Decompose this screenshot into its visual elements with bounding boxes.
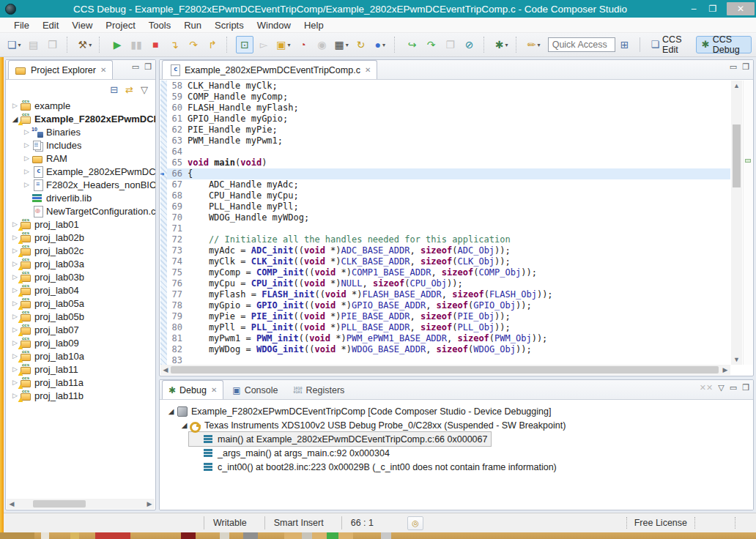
- perspective-ccs-debug[interactable]: ✱CCS Debug: [696, 36, 752, 53]
- quick-access-input[interactable]: [548, 37, 615, 52]
- scroll-right-icon[interactable]: ▶: [720, 366, 730, 373]
- code-line-81[interactable]: 81 myPwm1 = PWM_init((void *)PWM_ePWM1_B…: [160, 333, 730, 344]
- line-number[interactable]: 68: [167, 190, 188, 201]
- close-icon[interactable]: ✕: [211, 386, 217, 394]
- code-line-75[interactable]: 75 myComp = COMP_init((void *)COMP1_BASE…: [160, 267, 730, 278]
- line-number[interactable]: 66: [167, 168, 188, 179]
- line-number[interactable]: 77: [167, 289, 188, 300]
- instruction-mode-button[interactable]: ❐: [442, 36, 459, 53]
- tab-editor-file[interactable]: Example_2802xEPwmDCEventTripComp.c ✕: [162, 60, 377, 79]
- tab-debug[interactable]: ✱Debug✕: [162, 380, 223, 399]
- profile-clock-button[interactable]: ◔: [294, 36, 311, 53]
- line-number[interactable]: 59: [167, 92, 188, 103]
- menu-help[interactable]: Help: [297, 18, 330, 32]
- view-menu-icon[interactable]: ▽: [718, 384, 724, 392]
- code-line-69[interactable]: 69 PLL_Handle myPll;: [160, 201, 730, 212]
- restore-button[interactable]: ❐: [703, 2, 722, 15]
- code-line-70[interactable]: 70 WDOG_Handle myWDog;: [160, 212, 730, 223]
- terminate-button[interactable]: ■: [147, 36, 164, 53]
- taskbar-app-fragment[interactable]: [381, 532, 391, 539]
- expander-icon[interactable]: ▷: [22, 155, 32, 162]
- taskbar-app-fragment[interactable]: [181, 532, 196, 539]
- taskbar-app-fragment[interactable]: [41, 532, 49, 539]
- tree-item-proj-lab02c[interactable]: ▷proj_lab02c: [6, 244, 155, 257]
- code-line-60[interactable]: 60FLASH_Handle myFlash;: [160, 103, 730, 114]
- line-number[interactable]: 65: [167, 157, 188, 168]
- debug-node[interactable]: ◢Texas Instruments XDS100v2 USB Debug Pr…: [176, 418, 569, 432]
- code-line-63[interactable]: 63PWM_Handle myPwm1;: [160, 135, 730, 146]
- code-line-58[interactable]: 58CLK_Handle myClk;: [160, 81, 730, 92]
- taskbar-app-fragment[interactable]: [327, 532, 338, 539]
- code-editor[interactable]: 58CLK_Handle myClk;59COMP_Handle myComp;…: [160, 81, 730, 365]
- close-icon[interactable]: ✕: [365, 66, 371, 74]
- tree-item-example[interactable]: ▷example: [6, 99, 155, 112]
- menu-scripts[interactable]: Scripts: [208, 18, 251, 32]
- tree-item-driverlib-lib[interactable]: driverlib.lib: [6, 191, 155, 204]
- step-return-button[interactable]: ↱: [204, 36, 221, 53]
- tree-item-includes[interactable]: ▷Includes: [6, 138, 155, 152]
- tree-item-proj-lab11a[interactable]: ▷proj_lab11a: [6, 376, 155, 389]
- debug-node[interactable]: ◢Example_F2802xEPwmDCEventTripComp [Code…: [163, 404, 555, 418]
- collapse-all-icon[interactable]: ⊟: [110, 85, 118, 94]
- scroll-right-icon[interactable]: ▶: [144, 500, 155, 508]
- screenshot-button[interactable]: ◉: [313, 36, 330, 53]
- tree-item-proj-lab03b[interactable]: ▷proj_lab03b: [6, 270, 155, 283]
- line-number[interactable]: 74: [167, 256, 188, 267]
- line-number[interactable]: 78: [167, 300, 188, 311]
- flash-device-button[interactable]: ▦▾: [332, 36, 350, 53]
- tree-item-proj-lab11[interactable]: ▷proj_lab11: [6, 363, 155, 376]
- tree-item-proj-lab09[interactable]: ▷proj_lab09: [6, 336, 155, 349]
- code-line-82[interactable]: 82 myWDog = WDOG_init((void *)WDOG_BASE_…: [160, 344, 730, 355]
- minimize-panel-icon[interactable]: ▭: [730, 384, 737, 392]
- code-line-79[interactable]: 79 myPie = PIE_init((void *)PIE_BASE_ADD…: [160, 311, 730, 322]
- code-line-74[interactable]: 74 myClk = CLK_init((void *)CLK_BASE_ADD…: [160, 256, 730, 267]
- scroll-left-icon[interactable]: ◀: [7, 500, 17, 508]
- tree-item-proj-lab10a[interactable]: ▷proj_lab10a: [6, 349, 155, 363]
- code-line-76[interactable]: 76 myCpu = CPU_init((void *)NULL, sizeof…: [160, 278, 730, 289]
- stack-frame[interactable]: main() at Example_2802xEPwmDCEventTripCo…: [189, 432, 491, 446]
- code-line-73[interactable]: 73 myAdc = ADC_init((void *)ADC_BASE_ADD…: [160, 245, 730, 256]
- expander-icon[interactable]: ▷: [22, 181, 32, 188]
- remove-terminated-icon[interactable]: ✕✕: [700, 384, 713, 392]
- line-number[interactable]: 80: [167, 322, 188, 333]
- line-number[interactable]: 63: [167, 135, 188, 146]
- close-button[interactable]: ✕: [727, 2, 755, 15]
- taskbar-app-fragment[interactable]: [95, 532, 130, 539]
- line-number[interactable]: 83: [167, 355, 188, 365]
- resume-button[interactable]: ▶: [108, 36, 126, 53]
- maximize-panel-icon[interactable]: ❒: [742, 63, 749, 71]
- new-wizard-button[interactable]: ❏▾: [5, 36, 23, 53]
- step-into-button[interactable]: ↴: [166, 36, 183, 53]
- code-line-80[interactable]: 80 myPll = PLL_init((void *)PLL_BASE_ADD…: [160, 322, 730, 333]
- build-button[interactable]: ⚒▾: [76, 36, 94, 53]
- terminate-disconnect-button[interactable]: ⊘: [461, 36, 478, 53]
- restore-debug-button[interactable]: ▻: [255, 36, 273, 53]
- device-status-icon[interactable]: ◎: [407, 516, 423, 530]
- tree-item-newtargetconfiguration-c[interactable]: NewTargetConfiguration.c: [6, 204, 155, 218]
- windows-taskbar[interactable]: [0, 532, 756, 539]
- tree-item-proj-lab03a[interactable]: ▷proj_lab03a: [6, 257, 155, 270]
- taskbar-app-fragment[interactable]: [220, 532, 229, 539]
- line-number[interactable]: 75: [167, 267, 188, 278]
- browser-button[interactable]: ●▾: [371, 36, 389, 53]
- code-line-64[interactable]: 64: [160, 146, 730, 157]
- save-button[interactable]: ▤: [25, 36, 42, 53]
- code-line-61[interactable]: 61GPIO_Handle myGpio;: [160, 114, 730, 124]
- line-number[interactable]: 73: [167, 245, 188, 256]
- expander-icon[interactable]: ◢: [179, 421, 189, 429]
- expander-icon[interactable]: ◢: [166, 407, 176, 415]
- maximize-panel-icon[interactable]: ❒: [144, 63, 152, 71]
- menu-tools[interactable]: Tools: [142, 18, 177, 32]
- overview-annotation[interactable]: [745, 159, 751, 163]
- menu-file[interactable]: File: [7, 18, 36, 32]
- refresh-button[interactable]: ↻: [352, 36, 370, 53]
- view-menu-icon[interactable]: ▽: [141, 85, 148, 94]
- tree-item-proj-lab02b[interactable]: ▷proj_lab02b: [6, 231, 155, 244]
- code-line-68[interactable]: 68 CPU_Handle myCpu;: [160, 190, 730, 201]
- line-number[interactable]: 64: [167, 146, 188, 157]
- line-number[interactable]: 82: [167, 344, 188, 355]
- scroll-down-icon[interactable]: ▼: [731, 356, 742, 363]
- expander-icon[interactable]: ▷: [22, 141, 32, 149]
- open-perspective-button[interactable]: ⊞: [616, 36, 634, 53]
- tree-item-proj-lab05b[interactable]: ▷proj_lab05b: [6, 310, 155, 323]
